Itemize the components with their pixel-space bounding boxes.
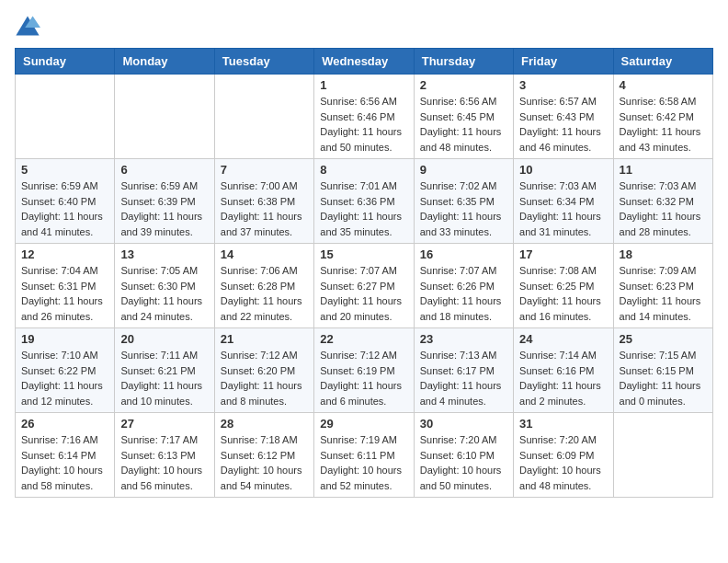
logo-icon bbox=[15, 15, 40, 37]
day-info: Sunrise: 7:15 AM Sunset: 6:15 PM Dayligh… bbox=[620, 348, 707, 408]
calendar-cell: 30Sunrise: 7:20 AM Sunset: 6:10 PM Dayli… bbox=[414, 413, 513, 498]
calendar-cell: 15Sunrise: 7:07 AM Sunset: 6:27 PM Dayli… bbox=[314, 244, 414, 328]
calendar-cell: 19Sunrise: 7:10 AM Sunset: 6:22 PM Dayli… bbox=[16, 328, 115, 413]
day-of-week-header: Saturday bbox=[613, 49, 712, 75]
day-number: 19 bbox=[21, 332, 108, 346]
day-info: Sunrise: 7:00 AM Sunset: 6:38 PM Dayligh… bbox=[221, 178, 308, 239]
calendar-cell: 22Sunrise: 7:12 AM Sunset: 6:19 PM Dayli… bbox=[314, 328, 414, 413]
calendar-cell: 16Sunrise: 7:07 AM Sunset: 6:26 PM Dayli… bbox=[414, 244, 513, 328]
calendar-cell: 5Sunrise: 6:59 AM Sunset: 6:40 PM Daylig… bbox=[16, 159, 115, 244]
day-number: 11 bbox=[620, 163, 707, 177]
calendar-cell: 8Sunrise: 7:01 AM Sunset: 6:36 PM Daylig… bbox=[314, 159, 414, 244]
day-info: Sunrise: 7:08 AM Sunset: 6:25 PM Dayligh… bbox=[519, 263, 607, 324]
day-info: Sunrise: 6:59 AM Sunset: 6:39 PM Dayligh… bbox=[120, 178, 208, 239]
calendar-cell: 12Sunrise: 7:04 AM Sunset: 6:31 PM Dayli… bbox=[16, 244, 115, 328]
day-number: 16 bbox=[420, 247, 507, 261]
day-info: Sunrise: 7:05 AM Sunset: 6:30 PM Dayligh… bbox=[120, 263, 208, 324]
day-number: 7 bbox=[221, 163, 308, 177]
logo bbox=[15, 15, 44, 37]
day-number: 6 bbox=[120, 163, 208, 177]
day-info: Sunrise: 7:13 AM Sunset: 6:17 PM Dayligh… bbox=[420, 348, 507, 408]
day-number: 5 bbox=[21, 163, 108, 177]
day-number: 9 bbox=[420, 163, 507, 177]
day-info: Sunrise: 7:17 AM Sunset: 6:13 PM Dayligh… bbox=[120, 432, 208, 493]
day-number: 18 bbox=[620, 247, 707, 261]
day-info: Sunrise: 7:10 AM Sunset: 6:22 PM Dayligh… bbox=[21, 348, 108, 408]
day-number: 2 bbox=[420, 78, 507, 92]
day-info: Sunrise: 6:58 AM Sunset: 6:42 PM Dayligh… bbox=[620, 94, 707, 155]
calendar-cell: 2Sunrise: 6:56 AM Sunset: 6:45 PM Daylig… bbox=[414, 75, 513, 159]
day-number: 20 bbox=[120, 332, 208, 346]
calendar-cell: 23Sunrise: 7:13 AM Sunset: 6:17 PM Dayli… bbox=[414, 328, 513, 413]
day-number: 8 bbox=[320, 163, 407, 177]
calendar-cell: 17Sunrise: 7:08 AM Sunset: 6:25 PM Dayli… bbox=[514, 244, 613, 328]
calendar-week-row: 12Sunrise: 7:04 AM Sunset: 6:31 PM Dayli… bbox=[16, 244, 713, 328]
calendar-week-row: 19Sunrise: 7:10 AM Sunset: 6:22 PM Dayli… bbox=[16, 328, 713, 413]
calendar-cell: 4Sunrise: 6:58 AM Sunset: 6:42 PM Daylig… bbox=[613, 75, 712, 159]
day-number: 4 bbox=[620, 78, 707, 92]
day-info: Sunrise: 6:56 AM Sunset: 6:46 PM Dayligh… bbox=[320, 94, 407, 155]
calendar-cell: 1Sunrise: 6:56 AM Sunset: 6:46 PM Daylig… bbox=[314, 75, 414, 159]
day-number: 13 bbox=[120, 247, 208, 261]
calendar-cell: 7Sunrise: 7:00 AM Sunset: 6:38 PM Daylig… bbox=[214, 159, 313, 244]
calendar-cell: 27Sunrise: 7:17 AM Sunset: 6:13 PM Dayli… bbox=[115, 413, 214, 498]
calendar-cell: 31Sunrise: 7:20 AM Sunset: 6:09 PM Dayli… bbox=[514, 413, 613, 498]
day-number: 12 bbox=[21, 247, 108, 261]
day-info: Sunrise: 7:09 AM Sunset: 6:23 PM Dayligh… bbox=[620, 263, 707, 324]
calendar-week-row: 5Sunrise: 6:59 AM Sunset: 6:40 PM Daylig… bbox=[16, 159, 713, 244]
day-number: 30 bbox=[420, 417, 507, 431]
day-info: Sunrise: 7:12 AM Sunset: 6:20 PM Dayligh… bbox=[221, 348, 308, 408]
calendar-cell: 11Sunrise: 7:03 AM Sunset: 6:32 PM Dayli… bbox=[613, 159, 712, 244]
day-info: Sunrise: 7:03 AM Sunset: 6:34 PM Dayligh… bbox=[519, 178, 607, 239]
day-info: Sunrise: 6:59 AM Sunset: 6:40 PM Dayligh… bbox=[21, 178, 108, 239]
day-number: 17 bbox=[519, 247, 607, 261]
calendar-cell: 25Sunrise: 7:15 AM Sunset: 6:15 PM Dayli… bbox=[613, 328, 712, 413]
day-number: 15 bbox=[320, 247, 407, 261]
calendar-cell: 18Sunrise: 7:09 AM Sunset: 6:23 PM Dayli… bbox=[613, 244, 712, 328]
day-info: Sunrise: 7:18 AM Sunset: 6:12 PM Dayligh… bbox=[221, 432, 308, 493]
day-number: 26 bbox=[21, 417, 108, 431]
day-info: Sunrise: 6:57 AM Sunset: 6:43 PM Dayligh… bbox=[519, 94, 607, 155]
day-info: Sunrise: 7:12 AM Sunset: 6:19 PM Dayligh… bbox=[320, 348, 407, 408]
day-info: Sunrise: 7:20 AM Sunset: 6:10 PM Dayligh… bbox=[420, 432, 507, 493]
calendar-cell: 21Sunrise: 7:12 AM Sunset: 6:20 PM Dayli… bbox=[214, 328, 313, 413]
calendar-header-row: SundayMondayTuesdayWednesdayThursdayFrid… bbox=[16, 49, 713, 75]
day-info: Sunrise: 7:14 AM Sunset: 6:16 PM Dayligh… bbox=[519, 348, 607, 408]
day-info: Sunrise: 7:02 AM Sunset: 6:35 PM Dayligh… bbox=[420, 178, 507, 239]
day-of-week-header: Friday bbox=[514, 49, 613, 75]
day-number: 31 bbox=[519, 417, 607, 431]
day-of-week-header: Sunday bbox=[16, 49, 115, 75]
day-number: 1 bbox=[320, 78, 407, 92]
day-of-week-header: Thursday bbox=[414, 49, 513, 75]
calendar-cell bbox=[16, 75, 115, 159]
day-info: Sunrise: 7:01 AM Sunset: 6:36 PM Dayligh… bbox=[320, 178, 407, 239]
day-number: 23 bbox=[420, 332, 507, 346]
day-info: Sunrise: 7:16 AM Sunset: 6:14 PM Dayligh… bbox=[21, 432, 108, 493]
calendar-cell bbox=[214, 75, 313, 159]
calendar-cell: 29Sunrise: 7:19 AM Sunset: 6:11 PM Dayli… bbox=[314, 413, 414, 498]
day-number: 3 bbox=[519, 78, 607, 92]
calendar-cell: 3Sunrise: 6:57 AM Sunset: 6:43 PM Daylig… bbox=[514, 75, 613, 159]
day-number: 27 bbox=[120, 417, 208, 431]
day-number: 21 bbox=[221, 332, 308, 346]
day-number: 22 bbox=[320, 332, 407, 346]
day-of-week-header: Wednesday bbox=[314, 49, 414, 75]
calendar-cell: 13Sunrise: 7:05 AM Sunset: 6:30 PM Dayli… bbox=[115, 244, 214, 328]
day-info: Sunrise: 7:07 AM Sunset: 6:27 PM Dayligh… bbox=[320, 263, 407, 324]
calendar-cell: 9Sunrise: 7:02 AM Sunset: 6:35 PM Daylig… bbox=[414, 159, 513, 244]
day-info: Sunrise: 7:04 AM Sunset: 6:31 PM Dayligh… bbox=[21, 263, 108, 324]
calendar-cell: 28Sunrise: 7:18 AM Sunset: 6:12 PM Dayli… bbox=[214, 413, 313, 498]
calendar-week-row: 26Sunrise: 7:16 AM Sunset: 6:14 PM Dayli… bbox=[16, 413, 713, 498]
day-number: 29 bbox=[320, 417, 407, 431]
day-of-week-header: Tuesday bbox=[214, 49, 313, 75]
day-number: 24 bbox=[519, 332, 607, 346]
day-number: 28 bbox=[221, 417, 308, 431]
calendar-cell: 24Sunrise: 7:14 AM Sunset: 6:16 PM Dayli… bbox=[514, 328, 613, 413]
calendar-cell: 26Sunrise: 7:16 AM Sunset: 6:14 PM Dayli… bbox=[16, 413, 115, 498]
day-number: 25 bbox=[620, 332, 707, 346]
calendar-cell bbox=[115, 75, 214, 159]
calendar: SundayMondayTuesdayWednesdayThursdayFrid… bbox=[15, 48, 713, 498]
day-info: Sunrise: 7:19 AM Sunset: 6:11 PM Dayligh… bbox=[320, 432, 407, 493]
calendar-cell: 14Sunrise: 7:06 AM Sunset: 6:28 PM Dayli… bbox=[214, 244, 313, 328]
calendar-cell: 10Sunrise: 7:03 AM Sunset: 6:34 PM Dayli… bbox=[514, 159, 613, 244]
